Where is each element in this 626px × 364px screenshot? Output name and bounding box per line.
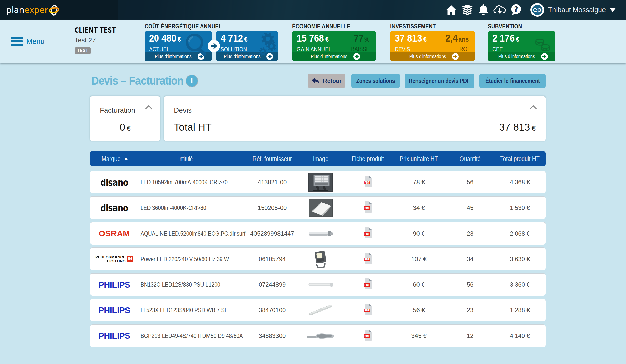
product-ref: 4052899981447 [247,230,297,237]
quantity: 56 [446,179,494,186]
svg-text:PDF: PDF [365,335,370,338]
notifications-bell-icon[interactable] [475,4,492,15]
brand-logo-disano: disano [100,177,128,187]
kpi-subsidy-value: 2 176 [492,32,515,44]
product-image [297,331,344,341]
home-icon[interactable] [443,4,459,15]
column-header-quantite[interactable]: Quantité [446,155,494,163]
pdf-file-icon[interactable]: PDF [363,329,372,343]
orbit-logo-icon [49,4,59,16]
billing-collapse-chevron-icon[interactable] [145,105,152,111]
product-title: AQUALINE,LED,5200lm840,ECG,PC,dir,surf [138,230,233,237]
pdf-file-icon[interactable]: PDF [363,227,372,240]
column-header-ref[interactable]: Réf. fournisseur [247,155,297,163]
kpi-investment-currency: € [423,36,427,43]
kpi-investment-more[interactable]: Plus d'informations [390,52,475,61]
unit-price: 345 € [392,332,446,339]
brand-logo-philips: PHILIPS [98,305,130,315]
total-price: 1 288 € [494,307,546,314]
pdf-file-icon[interactable]: PDF [363,278,372,291]
layers-icon[interactable] [459,4,475,15]
brand-logo-disano: disano [100,203,128,213]
hamburger-icon [11,37,23,46]
help-icon[interactable]: ? [508,4,524,15]
unit-price: 78 € [392,179,446,186]
kpi-card-actual[interactable]: 20 480€ ACTUEL Plus d'informations [145,31,212,61]
kpi-card-investment[interactable]: 37 813€ DEVIS 2,4ans ROI Plus d'informat… [390,31,475,61]
back-button[interactable]: Retour [308,74,345,88]
svg-text:PDF: PDF [365,181,370,184]
pdf-file-icon[interactable]: PDF [363,304,372,317]
kpi-solution-more[interactable]: Plus d'informations [216,52,278,61]
product-ref: 34883300 [247,332,297,339]
top-navbar: planexper [0,0,626,20]
sort-asc-icon [124,157,128,160]
financing-button[interactable]: Étudier le financement [479,74,546,88]
kpi-subsidy-sublabel: CEE [492,46,541,53]
logo-text-plan: plan [6,5,24,15]
product-image [297,280,344,289]
menu-toggle[interactable]: Menu [11,37,45,46]
product-ref: 150205-00 [247,204,297,211]
total-price: 1 530 € [494,204,546,211]
cloud-download-icon[interactable] [492,4,508,15]
product-image [297,249,344,269]
product-title: LED 3600lm-4000K-CRI>80 [138,204,233,211]
kpi-card-subsidy[interactable]: 2 176€ CEE Plus d'informations [488,31,555,61]
column-header-fiche[interactable]: Fiche produit [344,155,392,163]
planexpert-logo[interactable]: planexper [6,4,59,16]
brand-logo-philips: PHILIPS [98,331,130,341]
pdf-file-icon[interactable]: PDF [363,253,372,266]
table-row: PHILIPS BN132C LED12S/830 PSU L1200 0724… [90,273,546,296]
quantity: 23 [446,307,494,314]
pdf-file-icon[interactable]: PDF [363,201,372,214]
client-project: Test 27 [75,36,128,44]
quote-pdf-button[interactable]: Renseigner un devis PDF [405,74,474,88]
page-title: Devis – Facturation [91,74,183,87]
total-price: 3 630 € [494,256,546,263]
billing-value: 0€ [90,122,160,133]
column-header-marque[interactable]: Marque [90,155,138,163]
unit-price: 90 € [392,230,446,237]
kpi-card-solution[interactable]: 4 712€ SOLUTION Plus d'informations [216,31,278,61]
column-header-total[interactable]: Total produit HT [494,155,546,163]
kpi-savings-more[interactable]: Plus d'informations [292,52,376,61]
quote-label: Devis [174,106,192,115]
kpi-subsidy-more[interactable]: Plus d'informations [488,52,555,61]
svg-text:PDF: PDF [365,284,370,286]
total-price: 3 360 € [494,281,546,288]
billing-panel: Facturation 0€ [90,96,160,141]
product-title: BGP213 LED49-4S/740 II DM50 D9 48/60A [138,332,233,339]
kpi-savings-sublabel: GAIN ANNUEL [297,46,331,53]
pdf-file-icon[interactable]: PDF [363,176,372,189]
quote-collapse-chevron-icon[interactable] [529,105,537,111]
quantity: 45 [446,204,494,211]
quote-total-label: Total HT [174,122,212,133]
kpi-actual-value: 20 480 [149,32,176,44]
subheader: Menu CLIENT TEST Test 27 TEST COÛT ÉNERG… [0,20,626,63]
back-arrow-icon [311,77,320,85]
zones-solutions-button[interactable]: Zones solutions [351,74,400,88]
column-header-prix[interactable]: Prix unitaire HT [392,155,446,163]
caret-down-icon[interactable] [609,8,616,13]
total-price: 4 368 € [494,179,546,186]
kpi-subsidy-label: SUBVENTION [488,23,522,30]
kpi-actual-more[interactable]: Plus d'informations [145,52,212,61]
arrow-circle-icon [452,53,459,60]
column-header-image[interactable]: Image [297,155,344,163]
quote-total-value: 37 813€ [499,122,536,133]
svg-text:ep: ep [533,6,541,13]
kpi-card-savings[interactable]: 15 768€ GAIN ANNUEL 77% BAISSE Plus d'in… [292,31,376,61]
unit-price: 60 € [392,281,446,288]
user-name[interactable]: Thibaut Mossalgue [548,6,606,14]
unit-price: 56 € [392,307,446,314]
column-header-intitule[interactable]: Intitulé [138,155,233,163]
avatar[interactable]: ep [530,3,544,17]
product-image [297,302,344,318]
logo-text-exper: exper [24,5,48,15]
info-icon[interactable]: i [186,75,198,87]
kpi-savings-label: ÉCONOMIE ANNUELLE [292,23,350,30]
product-title: Power LED 220/240 V 50/60 Hz 39 W [138,256,233,263]
kpi-actual-currency: € [178,36,181,43]
kpi-investment-roi-sublabel: ROI [446,46,469,53]
